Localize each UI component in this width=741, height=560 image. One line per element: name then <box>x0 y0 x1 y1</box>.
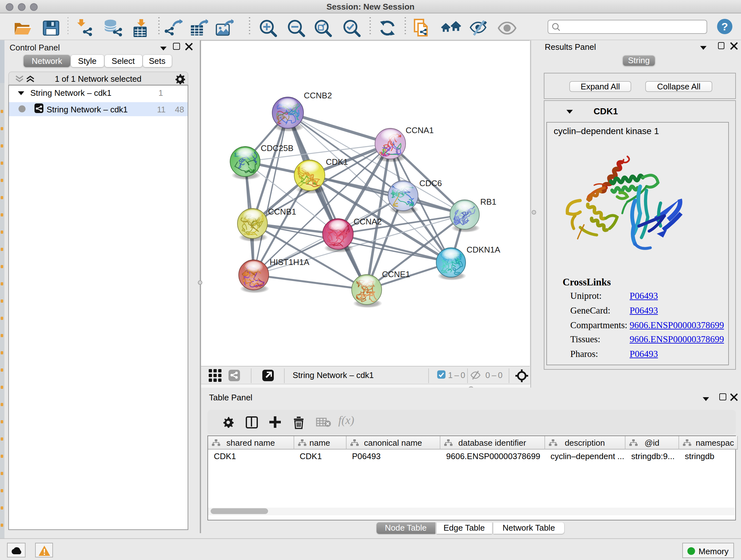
svg-text:CCNA2: CCNA2 <box>354 216 382 226</box>
svg-text:CDC6: CDC6 <box>419 178 442 188</box>
svg-text:CCNE1: CCNE1 <box>382 269 410 279</box>
svg-text:RB1: RB1 <box>480 197 496 206</box>
svg-text:CCNB2: CCNB2 <box>304 90 332 100</box>
svg-text:CCNB1: CCNB1 <box>268 206 296 216</box>
svg-text:CDK1: CDK1 <box>326 157 348 166</box>
svg-text:HIST1H1A: HIST1H1A <box>270 257 310 266</box>
svg-text:CDC25B: CDC25B <box>261 143 293 152</box>
svg-text:?: ? <box>722 20 728 33</box>
svg-text:CCNA1: CCNA1 <box>406 125 434 135</box>
svg-text:CDKN1A: CDKN1A <box>467 245 500 254</box>
